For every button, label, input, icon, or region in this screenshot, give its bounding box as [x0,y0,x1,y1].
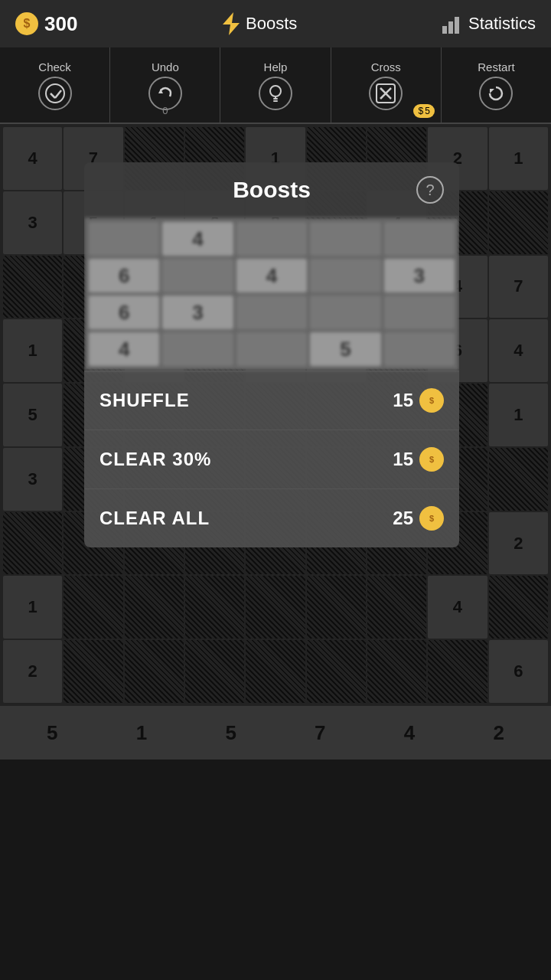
boost-cost-coin-0: $ [419,388,444,413]
svg-line-6 [55,90,61,98]
boost-btn-label-1: CLEAR 30% [99,449,211,470]
restart-button[interactable]: Restart [442,47,551,122]
svg-marker-0 [223,12,240,35]
modal-preview: 46436345 [84,217,459,371]
boost-cost-coin-2: $ [419,506,444,531]
boost-btn-cost-2: 25$ [393,506,444,531]
boost-btn-2[interactable]: CLEAR ALL25$ [84,488,459,547]
status-bar: $ 300 Boosts Statistics [0,0,551,47]
cross-icon [369,77,403,110]
svg-text:$: $ [429,455,434,464]
preview-grid: 46436345 [84,217,459,371]
modal-header: Boosts ? [84,162,459,217]
svg-text:$: $ [429,396,434,405]
toolbar: Check Undo 0 Help [0,47,551,124]
preview-cell-6 [162,259,233,292]
preview-cell-10: 6 [89,296,159,329]
svg-rect-1 [442,26,447,34]
preview-cell-18: 5 [310,332,380,366]
boosts-section[interactable]: Boosts [223,12,297,35]
statistics-section[interactable]: Statistics [442,14,536,34]
boost-btn-0[interactable]: SHUFFLE15$ [84,371,459,430]
preview-cell-9: 3 [384,259,455,292]
boosts-modal: Boosts ? 46436345 SHUFFLE15$CLEAR 30%15$… [84,162,459,547]
bolt-icon [223,12,240,35]
score-section: $ 300 [15,12,77,36]
boost-btn-1[interactable]: CLEAR 30%15$ [84,430,459,488]
preview-cell-14 [384,296,455,329]
svg-rect-9 [273,98,278,100]
preview-cell-0 [89,222,159,256]
svg-text:$: $ [429,514,434,523]
boost-btn-cost-0: 15$ [393,388,444,413]
preview-cell-5: 6 [89,259,159,292]
lightbulb-icon [259,77,292,110]
preview-cell-11: 3 [162,296,233,329]
score-value: 300 [44,12,77,36]
cross-button[interactable]: Cross $ 5 [331,47,442,122]
preview-cell-12 [236,296,307,329]
svg-point-4 [46,84,64,103]
preview-cell-7: 4 [236,259,307,292]
undo-count: 0 [162,105,168,116]
svg-marker-15 [490,89,494,93]
svg-point-8 [270,86,281,96]
game-area: 471213516845424711516451321426 515742 Bo… [0,124,551,980]
preview-cell-1: 4 [162,222,233,256]
statistics-icon [442,14,462,34]
preview-cell-2 [236,222,307,256]
svg-line-5 [51,93,55,98]
boost-btn-label-0: SHUFFLE [99,390,190,411]
svg-rect-2 [448,21,453,34]
boost-btn-cost-1: 15$ [393,447,444,472]
preview-cell-15: 4 [89,332,159,366]
svg-rect-3 [455,17,459,34]
check-icon [38,77,72,110]
undo-button[interactable]: Undo 0 [110,47,220,122]
preview-cell-19 [384,332,455,366]
preview-cell-13 [310,296,380,329]
check-button[interactable]: Check [0,47,110,122]
coin-icon: $ [15,12,38,35]
preview-cell-17 [236,332,307,366]
preview-cell-3 [310,222,380,256]
boosts-label: Boosts [246,14,297,34]
statistics-label: Statistics [468,14,536,34]
preview-cell-4 [384,222,455,256]
boost-buttons-container: SHUFFLE15$CLEAR 30%15$CLEAR ALL25$ [84,371,459,547]
preview-cell-16 [162,332,233,366]
help-button[interactable]: Help [220,47,331,122]
preview-cell-8 [310,259,380,292]
boost-cost-coin-1: $ [419,447,444,472]
svg-rect-10 [273,100,278,102]
modal-help-button[interactable]: ? [416,176,444,204]
restart-icon [479,77,513,110]
boost-btn-label-2: CLEAR ALL [99,508,210,529]
modal-title: Boosts [127,177,416,203]
cross-cost-badge: $ 5 [413,104,434,118]
